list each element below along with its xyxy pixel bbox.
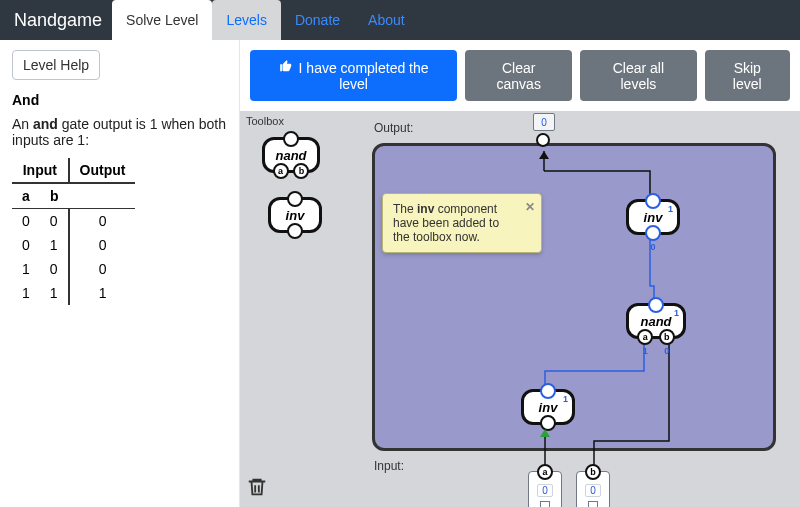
- input-b-box[interactable]: b 0: [576, 471, 610, 507]
- port-a[interactable]: a: [273, 163, 289, 179]
- input-b-toggle[interactable]: [588, 501, 598, 507]
- gate-a-value: 1: [643, 346, 648, 356]
- trash-icon[interactable]: [246, 476, 268, 501]
- port-out[interactable]: [648, 297, 664, 313]
- truth-header-output: Output: [69, 158, 136, 183]
- input-b-pin[interactable]: b: [585, 464, 601, 480]
- toolbox-tooltip: The inv component have been added to the…: [382, 193, 542, 253]
- level-description: An and gate output is 1 when both inputs…: [12, 116, 227, 148]
- port-out[interactable]: [283, 131, 299, 147]
- gate-label: nand: [640, 314, 671, 329]
- placed-gate-inv-top[interactable]: inv 1 0: [626, 199, 680, 235]
- clear-canvas-button[interactable]: Clear canvas: [465, 50, 572, 101]
- table-row: 100: [12, 257, 135, 281]
- input-b-value: 0: [585, 484, 601, 497]
- toolbox-gate-inv[interactable]: inv: [268, 197, 322, 233]
- truth-col-b: b: [40, 183, 69, 209]
- port-out[interactable]: [540, 383, 556, 399]
- close-icon[interactable]: ✕: [525, 200, 535, 214]
- input-a-toggle[interactable]: [540, 501, 550, 507]
- desc-pre: An: [12, 116, 33, 132]
- tab-levels[interactable]: Levels: [212, 0, 280, 40]
- input-label: Input:: [374, 459, 404, 473]
- toolbox-gate-nand[interactable]: nand a b: [262, 137, 320, 173]
- output-label: Output:: [374, 121, 413, 135]
- input-a-pin[interactable]: a: [537, 464, 553, 480]
- truth-col-a: a: [12, 183, 40, 209]
- gate-out-value: 1: [563, 394, 568, 404]
- port-in[interactable]: [287, 223, 303, 239]
- level-title: And: [12, 92, 227, 108]
- completed-level-label: I have completed the level: [299, 60, 429, 92]
- truth-body: 000 010 100 111: [12, 209, 135, 306]
- left-panel: Level Help And An and gate output is 1 w…: [0, 40, 240, 507]
- placed-gate-inv-left[interactable]: inv 1: [521, 389, 575, 425]
- gate-label: nand: [275, 148, 306, 163]
- table-row: 000: [12, 209, 135, 234]
- nav-about[interactable]: About: [354, 0, 419, 40]
- level-help-button[interactable]: Level Help: [12, 50, 100, 80]
- workspace: Toolbox nand a b inv Output:: [240, 111, 800, 507]
- gate-out-value: 1: [668, 204, 673, 214]
- app-header: Nandgame Solve Level Levels Donate About: [0, 0, 800, 40]
- table-row: 111: [12, 281, 135, 305]
- toolbox: Toolbox nand a b inv: [240, 111, 348, 507]
- toolbar: I have completed the level Clear canvas …: [240, 40, 800, 111]
- triangle-up-icon: [540, 429, 550, 437]
- truth-col-out: [69, 183, 136, 209]
- port-b[interactable]: b: [293, 163, 309, 179]
- thumb-up-icon: [279, 59, 293, 76]
- gate-in-value: 0: [650, 242, 655, 252]
- tab-solve-level[interactable]: Solve Level: [112, 0, 212, 40]
- main-area: Level Help And An and gate output is 1 w…: [0, 40, 800, 507]
- triangle-up-icon: [539, 151, 549, 159]
- desc-bold: and: [33, 116, 58, 132]
- port-in[interactable]: [645, 225, 661, 241]
- toolbox-label: Toolbox: [240, 111, 348, 131]
- gate-label: inv: [539, 400, 558, 415]
- table-row: 010: [12, 233, 135, 257]
- brand-title: Nandgame: [10, 0, 112, 40]
- nav-donate[interactable]: Donate: [281, 0, 354, 40]
- gate-b-value: 0: [664, 346, 669, 356]
- truth-table: Input Output a b 000 010 100 111: [12, 158, 135, 305]
- port-b[interactable]: b: [659, 329, 675, 345]
- gate-label: inv: [644, 210, 663, 225]
- clear-all-levels-button[interactable]: Clear all levels: [580, 50, 696, 101]
- gate-out-value: 1: [674, 308, 679, 318]
- right-panel: I have completed the level Clear canvas …: [240, 40, 800, 507]
- skip-level-button[interactable]: Skip level: [705, 50, 790, 101]
- completed-level-button[interactable]: I have completed the level: [250, 50, 457, 101]
- input-a-box[interactable]: a 0: [528, 471, 562, 507]
- canvas[interactable]: Output: Input:: [348, 111, 800, 507]
- placed-gate-nand[interactable]: nand 1 a b 1 0: [626, 303, 686, 339]
- truth-header-input: Input: [12, 158, 69, 183]
- port-out[interactable]: [287, 191, 303, 207]
- port-out[interactable]: [645, 193, 661, 209]
- output-value-box: 0: [533, 113, 555, 131]
- output-port[interactable]: [536, 133, 550, 147]
- port-a[interactable]: a: [637, 329, 653, 345]
- input-a-value: 0: [537, 484, 553, 497]
- gate-label: inv: [286, 208, 305, 223]
